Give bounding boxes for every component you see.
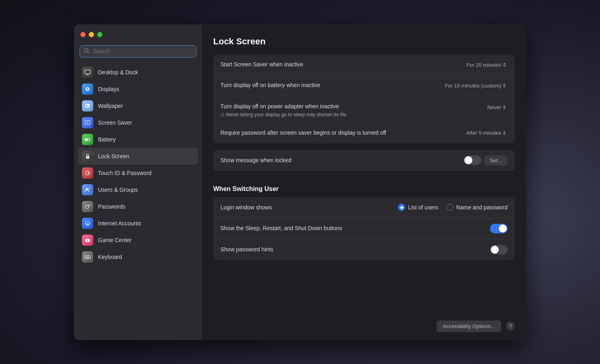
row-label-password-hints: Show password hints (220, 246, 490, 254)
dropdown-display-battery[interactable]: For 15 minutes (custom) (443, 82, 508, 90)
close-button[interactable] (80, 32, 86, 37)
row-label-screen-saver: Start Screen Saver when inactive (220, 61, 465, 69)
toggle-sleep-restart[interactable] (490, 224, 508, 233)
sidebar-item-internet-accounts[interactable]: @Internet Accounts (78, 215, 198, 232)
svg-rect-3 (86, 74, 89, 75)
sidebar-item-label-game-center: Game Center (98, 237, 132, 243)
titlebar (74, 24, 202, 45)
radio-circle-list-users (398, 204, 405, 211)
sidebar-item-label-battery: Battery (98, 136, 116, 143)
radio-circle-name-password (446, 204, 454, 211)
settings-row-require-password: Require password after screen saver begi… (213, 123, 515, 143)
dropdown-value: For 15 minutes (custom) (445, 83, 501, 89)
battery-icon (82, 134, 93, 145)
sidebar-item-users-groups[interactable]: Users & Groups (78, 181, 198, 198)
sidebar-item-keyboard[interactable]: Keyboard (78, 249, 198, 265)
sidebar-item-screen-saver[interactable]: Screen Saver (78, 114, 198, 131)
sidebar-item-label-lock-screen: Lock Screen (98, 153, 129, 159)
row-label-login-window: Login window shows (220, 204, 398, 212)
accessibility-options-button[interactable]: Accessibility Options... (436, 320, 501, 332)
sidebar-item-label-screen-saver: Screen Saver (98, 119, 132, 126)
sidebar-item-game-center[interactable]: Game Center (78, 232, 198, 249)
settings-row-display-battery: Turn display off on battery when inactiv… (213, 76, 515, 96)
sidebar-item-desktop-dock[interactable]: Desktop & Dock (78, 64, 198, 81)
search-icon (84, 48, 90, 55)
users-groups-icon (82, 184, 93, 195)
settings-card-switching: Login window shows List of users Name an… (213, 197, 515, 260)
svg-rect-11 (90, 139, 91, 140)
set-button[interactable]: Set... (484, 155, 508, 165)
svg-point-16 (88, 188, 90, 189)
settings-row-sleep-restart: Show the Sleep, Restart, and Shut Down b… (213, 218, 515, 239)
desktop-dock-icon (82, 67, 93, 78)
dropdown-screen-saver[interactable]: For 20 minutes (465, 61, 508, 69)
sidebar-item-passwords[interactable]: Passwords (78, 198, 198, 215)
dropdown-value: After 5 minutes (466, 130, 501, 136)
row-control-display-power: Never (486, 103, 508, 111)
sidebar-item-label-keyboard: Keyboard (98, 254, 122, 260)
row-control-password-hints (490, 245, 508, 255)
toggle-password-hints[interactable] (490, 245, 508, 255)
settings-row-screen-saver: Start Screen Saver when inactive For 20 … (213, 55, 515, 76)
sidebar-item-label-passwords: Passwords (98, 203, 125, 210)
sidebar-item-displays[interactable]: Displays (78, 81, 198, 97)
radio-label-name-password: Name and password (456, 204, 508, 211)
row-label-sleep-restart: Show the Sleep, Restart, and Shut Down b… (220, 225, 490, 233)
sidebar-item-lock-screen[interactable]: Lock Screen (78, 148, 198, 165)
radio-group-login: List of users Name and password (398, 204, 508, 211)
wallpaper-icon (82, 100, 93, 111)
touch-id-icon (82, 167, 93, 179)
sidebar: Desktop & DockDisplaysWallpaperScreen Sa… (74, 24, 202, 340)
sidebar-item-label-touch-id: Touch ID & Password (98, 170, 152, 176)
sidebar-item-label-desktop-dock: Desktop & Dock (98, 69, 138, 76)
dropdown-require-password[interactable]: After 5 minutes (465, 129, 508, 137)
search-input[interactable] (93, 48, 192, 54)
sidebar-list: Desktop & DockDisplaysWallpaperScreen Sa… (74, 62, 202, 340)
row-label-display-battery: Turn display off on battery when inactiv… (220, 82, 443, 90)
svg-rect-28 (85, 256, 90, 259)
svg-point-5 (87, 88, 89, 90)
settings-row-login-window: Login window shows List of users Name an… (213, 197, 515, 218)
svg-point-17 (86, 205, 89, 209)
game-center-icon (82, 235, 93, 246)
sidebar-item-label-displays: Displays (98, 86, 119, 92)
row-control-require-password: After 5 minutes (465, 129, 508, 137)
sidebar-item-wallpaper[interactable]: Wallpaper (78, 97, 198, 114)
svg-rect-6 (85, 104, 90, 108)
sidebar-item-label-internet-accounts: Internet Accounts (98, 220, 141, 227)
row-label-show-message: Show message when locked (220, 157, 464, 165)
chevron-icon (503, 105, 506, 109)
help-button[interactable]: ? (506, 322, 515, 330)
dropdown-display-power[interactable]: Never (486, 103, 508, 111)
svg-point-7 (86, 105, 87, 106)
row-control-show-message: Set... (464, 155, 508, 165)
sidebar-item-label-users-groups: Users & Groups (98, 187, 138, 193)
radio-option-list-users[interactable]: List of users (398, 204, 438, 211)
passwords-icon (82, 201, 93, 212)
sidebar-item-touch-id[interactable]: Touch ID & Password (78, 165, 198, 181)
toggle-knob (491, 246, 499, 254)
screen-saver-icon (82, 117, 93, 128)
search-box (80, 45, 196, 58)
displays-icon (82, 84, 93, 95)
radio-option-name-password[interactable]: Name and password (446, 204, 508, 211)
svg-line-1 (88, 52, 89, 53)
chevron-icon (503, 84, 506, 88)
minimize-button[interactable] (89, 32, 94, 37)
maximize-button[interactable] (97, 32, 102, 37)
section-title-switching: When Switching User (213, 185, 515, 193)
row-control-sleep-restart (490, 224, 508, 233)
toggle-show-message[interactable] (464, 155, 481, 165)
row-control-login-window: List of users Name and password (398, 204, 508, 211)
svg-point-15 (86, 188, 88, 190)
internet-accounts-icon: @ (82, 218, 93, 229)
svg-point-27 (89, 240, 90, 241)
warning-text: ⚠ Never letting your display go to sleep… (220, 111, 486, 118)
toggle-knob (499, 225, 507, 233)
sidebar-item-battery[interactable]: Battery (78, 131, 198, 148)
toggle-knob (464, 156, 472, 164)
svg-point-13 (87, 157, 88, 158)
svg-rect-2 (85, 70, 90, 74)
lock-screen-icon (82, 151, 93, 162)
page-title: Lock Screen (213, 36, 515, 47)
